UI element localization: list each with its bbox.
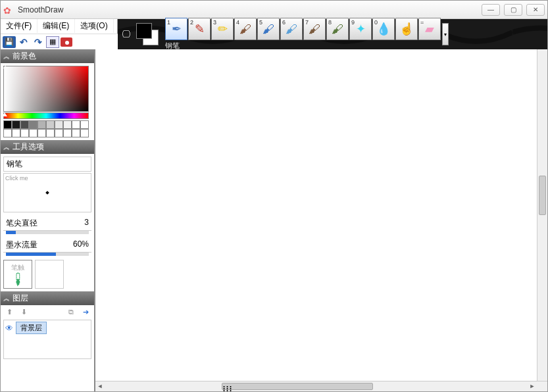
eraser-tool[interactable]: =▰ bbox=[418, 18, 441, 40]
color-swatch[interactable] bbox=[80, 129, 89, 137]
layer-add-button[interactable]: ➔ bbox=[80, 306, 91, 317]
scroll-right-arrow[interactable]: ► bbox=[528, 381, 537, 391]
minimize-button[interactable]: — bbox=[482, 4, 500, 16]
color-swatch[interactable] bbox=[37, 129, 46, 137]
color-swatch[interactable] bbox=[29, 120, 37, 129]
scroll-left-arrow[interactable]: ◄ bbox=[95, 381, 105, 391]
color-swatch[interactable] bbox=[29, 129, 37, 137]
foreground-panel-title: 前景色 bbox=[12, 51, 36, 62]
quick-toolbar: 💾 ↶ ↷ ▦ bbox=[1, 34, 118, 49]
app-logo-icon bbox=[3, 5, 14, 15]
ink-flow-row: 墨水流量 60% bbox=[3, 238, 91, 253]
color-swatch[interactable] bbox=[37, 120, 46, 129]
menu-edit[interactable]: 编辑(E) bbox=[37, 19, 75, 33]
color-swatch[interactable] bbox=[46, 120, 55, 129]
color-swatch[interactable] bbox=[55, 120, 63, 129]
menu-options[interactable]: 选项(O) bbox=[75, 19, 113, 33]
tip-diameter-label: 笔尖直径 bbox=[6, 218, 37, 229]
redo-button[interactable]: ↷ bbox=[32, 36, 45, 48]
brush-toolbar: 🖵 1✒钢笔2✎3✏4🖌5🖌6🖌7🖌8🖌9✦0💧☝=▰ ▾ bbox=[118, 19, 547, 49]
vertical-scroll-thumb[interactable] bbox=[539, 176, 546, 215]
record-button[interactable] bbox=[61, 37, 72, 47]
layer-up-button[interactable]: ⬆ bbox=[3, 306, 15, 317]
color-swatch[interactable] bbox=[80, 120, 89, 129]
color-swatch[interactable] bbox=[72, 120, 80, 129]
save-button[interactable]: 💾 bbox=[3, 36, 16, 48]
maximize-button[interactable]: ▢ bbox=[504, 4, 522, 16]
color-swatch[interactable] bbox=[46, 129, 55, 137]
color-swatch[interactable] bbox=[55, 129, 63, 137]
layer-copy-button[interactable]: ⧉ bbox=[65, 306, 77, 317]
color-swatch[interactable] bbox=[63, 120, 72, 129]
horizontal-scrollbar[interactable]: ◄ ⁞⁞⁞ ► bbox=[95, 381, 547, 391]
close-button[interactable]: ✕ bbox=[526, 4, 545, 16]
brush-tool-4[interactable]: 7🖌 bbox=[303, 18, 326, 40]
smudge-tool[interactable]: ☝ bbox=[395, 18, 418, 40]
left-sidebar: ︽ 前景色 ︽ 工具选项 钢笔 Click me bbox=[1, 49, 95, 391]
layer-list[interactable]: 👁 背景层 bbox=[3, 320, 91, 359]
title-bar[interactable]: SmoothDraw — ▢ ✕ bbox=[1, 1, 547, 19]
vertical-scrollbar[interactable] bbox=[537, 49, 547, 381]
layer-visibility-icon[interactable]: 👁 bbox=[5, 324, 13, 333]
pen-tool[interactable]: 1✒ bbox=[165, 18, 187, 40]
layers-panel-header[interactable]: ︽ 图层 bbox=[1, 291, 94, 305]
star-tool[interactable]: 9✦ bbox=[349, 18, 372, 40]
swatch-palette bbox=[3, 120, 91, 137]
color-field[interactable] bbox=[3, 66, 89, 112]
tool-options-panel-title: 工具选项 bbox=[12, 141, 44, 153]
window-buttons: — ▢ ✕ bbox=[482, 4, 545, 16]
brush-tool-2[interactable]: 5🖌 bbox=[257, 18, 280, 40]
ink-flow-label: 墨水流量 bbox=[6, 239, 37, 251]
screen-icon[interactable]: 🖵 bbox=[122, 29, 131, 39]
hue-slider[interactable] bbox=[3, 112, 89, 119]
menu-bar: 文件(F) 编辑(E) 选项(O) bbox=[1, 19, 118, 34]
color-swatch[interactable] bbox=[3, 120, 12, 129]
fg-bg-swatches[interactable] bbox=[136, 23, 159, 45]
stroke-thumbnails: 笔触 🖌 bbox=[3, 260, 91, 289]
layer-down-button[interactable]: ⬇ bbox=[18, 306, 30, 317]
brush-preview[interactable]: Click me bbox=[3, 173, 91, 212]
layers-panel-title: 图层 bbox=[12, 293, 28, 304]
color-swatch[interactable] bbox=[12, 120, 20, 129]
menubar-row: 文件(F) 编辑(E) 选项(O) 💾 ↶ ↷ ▦ 🖵 1✒钢笔2✎3✏4🖌5� bbox=[1, 19, 547, 49]
tool-options-panel-header[interactable]: ︽ 工具选项 bbox=[1, 140, 94, 154]
resize-grip[interactable] bbox=[537, 381, 547, 391]
ink-flow-slider[interactable] bbox=[6, 253, 89, 256]
layer-name[interactable]: 背景层 bbox=[16, 322, 47, 334]
color-swatch[interactable] bbox=[72, 129, 80, 137]
stroke-thumb-2[interactable] bbox=[35, 260, 64, 289]
foreground-panel-header[interactable]: ︽ 前景色 bbox=[1, 49, 94, 63]
pencil-tool[interactable]: 2✎ bbox=[188, 18, 211, 40]
stroke-thumb-1[interactable]: 笔触 🖌 bbox=[3, 260, 32, 289]
water-tool[interactable]: 0💧 bbox=[372, 18, 395, 40]
undo-button[interactable]: ↶ bbox=[17, 36, 30, 48]
color-swatch[interactable] bbox=[12, 129, 20, 137]
menu-and-quickbar: 文件(F) 编辑(E) 选项(O) 💾 ↶ ↷ ▦ bbox=[1, 19, 118, 49]
tip-diameter-slider[interactable] bbox=[6, 231, 89, 234]
brush-tool-3[interactable]: 6🖌 bbox=[280, 18, 303, 40]
horizontal-scroll-thumb[interactable]: ⁞⁞⁞ bbox=[222, 383, 373, 390]
drawing-canvas[interactable] bbox=[95, 49, 547, 381]
color-swatch[interactable] bbox=[20, 120, 29, 129]
tip-diameter-value: 3 bbox=[84, 218, 89, 229]
brush-preview-hint: Click me bbox=[5, 175, 28, 182]
color-swatch[interactable] bbox=[63, 129, 72, 137]
tip-diameter-row: 笔尖直径 3 bbox=[3, 216, 91, 231]
brush-dropdown-handle[interactable]: ▾ bbox=[442, 23, 449, 45]
current-tool-name: 钢笔 bbox=[3, 157, 91, 172]
layer-item[interactable]: 👁 背景层 bbox=[4, 320, 91, 335]
marker-tool[interactable]: 3✏ bbox=[211, 18, 234, 40]
collapse-icon: ︽ bbox=[3, 143, 10, 152]
menu-file[interactable]: 文件(F) bbox=[1, 19, 37, 33]
main-area: ︽ 前景色 ︽ 工具选项 钢笔 Click me bbox=[1, 49, 547, 391]
brush-tool-1[interactable]: 4🖌 bbox=[234, 18, 257, 40]
fg-color-swatch[interactable] bbox=[136, 23, 152, 39]
color-swatch[interactable] bbox=[3, 129, 12, 137]
canvas-area: ◄ ⁞⁞⁞ ► bbox=[95, 49, 547, 391]
tool-options-panel-body: 钢笔 Click me 笔尖直径 3 墨水流量 60% 笔触 bbox=[1, 154, 94, 291]
color-swatch[interactable] bbox=[20, 129, 29, 137]
brush-tool-5[interactable]: 8🖌 bbox=[326, 18, 349, 40]
new-doc-button[interactable]: ▦ bbox=[46, 36, 59, 48]
brush-preview-dot bbox=[45, 191, 49, 195]
color-swatch-group: 🖵 bbox=[122, 23, 159, 45]
